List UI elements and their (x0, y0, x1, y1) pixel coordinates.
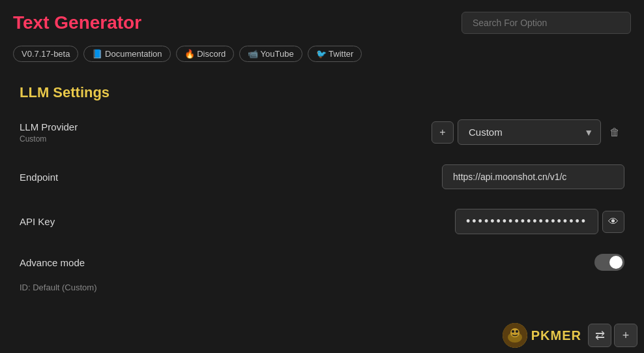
footer-bar: PKMER ⇄ + (496, 318, 644, 353)
pkmer-text: PKMER (531, 328, 581, 343)
api-key-input[interactable] (455, 209, 598, 234)
add-provider-button[interactable]: + (432, 121, 454, 144)
llm-provider-row: LLM Provider Custom + Custom OpenAI Anth… (20, 119, 624, 145)
add-icon: + (622, 329, 630, 343)
svg-point-3 (512, 330, 514, 333)
endpoint-input[interactable] (442, 164, 624, 189)
advance-mode-toggle[interactable] (594, 254, 624, 271)
youtube-link[interactable]: 📹 YouTube (239, 46, 302, 62)
advance-mode-row: Advance mode (20, 254, 624, 271)
llm-provider-label: LLM Provider (20, 121, 78, 132)
documentation-link[interactable]: 📘 Documentation (83, 46, 170, 62)
api-key-row: API Key 👁 (20, 209, 624, 234)
section-title: LLM Settings (20, 84, 624, 101)
pkmer-logo: PKMER (503, 323, 581, 348)
header: Text Generator (0, 0, 644, 42)
provider-select[interactable]: Custom OpenAI Anthropic Azure (458, 119, 601, 145)
twitter-link[interactable]: 🐦 Twitter (308, 46, 362, 62)
api-key-label: API Key (20, 216, 55, 227)
eye-icon: 👁 (608, 216, 619, 228)
main-content: LLM Settings LLM Provider Custom + Custo… (0, 71, 644, 306)
svg-point-4 (516, 330, 518, 333)
toggle-knob (609, 256, 622, 269)
id-info: ID: Default (Custom) (20, 281, 624, 293)
llm-provider-label-group: LLM Provider Custom (20, 121, 78, 144)
discord-link[interactable]: 🔥 Discord (176, 46, 235, 62)
endpoint-row: Endpoint (20, 164, 624, 189)
search-input[interactable] (461, 12, 631, 34)
sync-button[interactable]: ⇄ (588, 324, 611, 347)
provider-select-wrapper: Custom OpenAI Anthropic Azure ▼ (458, 119, 601, 145)
llm-provider-controls: + Custom OpenAI Anthropic Azure ▼ 🗑 (432, 119, 624, 145)
endpoint-controls (442, 164, 624, 189)
delete-provider-button[interactable]: 🗑 (605, 123, 624, 142)
toggle-slider (594, 254, 624, 271)
version-badge[interactable]: V0.7.17-beta (13, 46, 78, 62)
pkmer-avatar-icon (503, 323, 527, 348)
id-info-text: ID: Default (Custom) (20, 283, 96, 292)
nav-bar: V0.7.17-beta 📘 Documentation 🔥 Discord 📹… (0, 42, 644, 71)
advance-mode-controls (594, 254, 624, 271)
endpoint-label: Endpoint (20, 172, 58, 183)
api-key-controls: 👁 (455, 209, 624, 234)
toggle-api-key-visibility-button[interactable]: 👁 (602, 211, 624, 233)
sync-icon: ⇄ (595, 328, 605, 343)
llm-provider-sublabel: Custom (20, 134, 78, 144)
pkmer-avatar (503, 323, 527, 348)
app-title: Text Generator (13, 12, 141, 33)
advance-mode-label: Advance mode (20, 257, 85, 268)
add-footer-button[interactable]: + (614, 324, 637, 347)
